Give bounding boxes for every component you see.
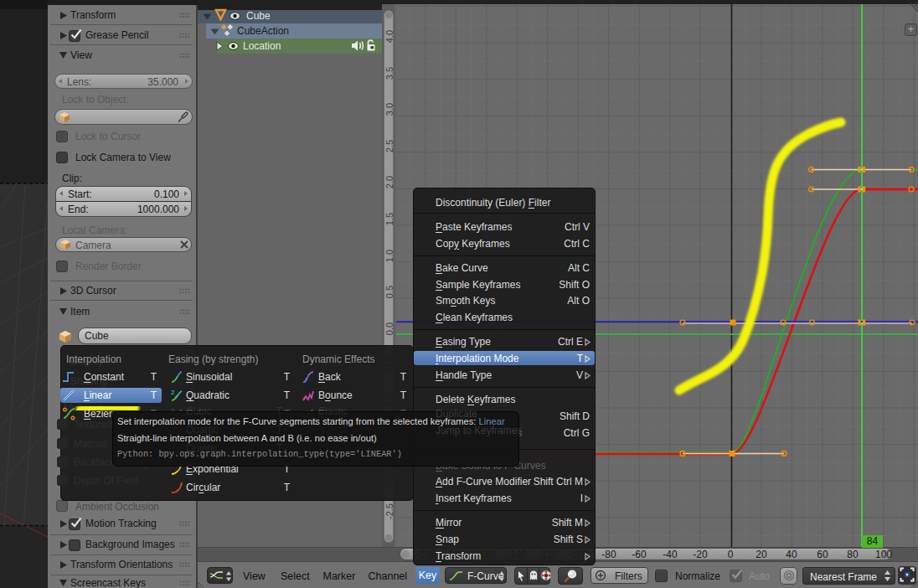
svg-text:2: 2 [171, 389, 175, 396]
